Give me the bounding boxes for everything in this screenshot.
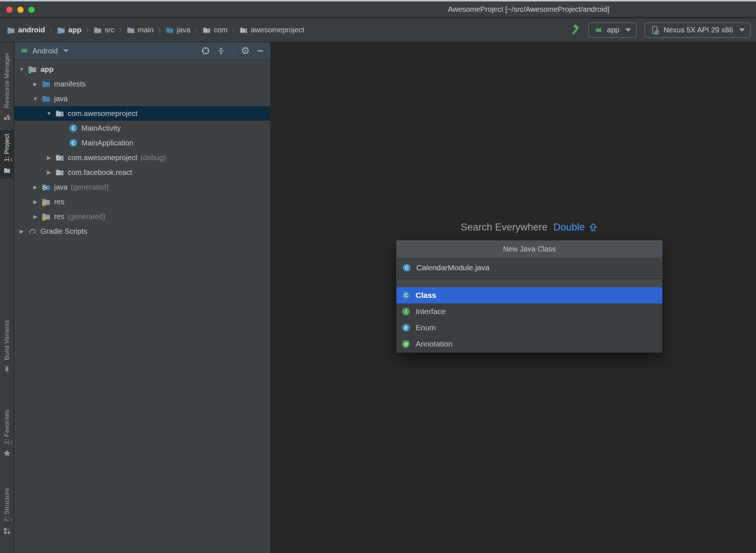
project-view-selector[interactable]: Android	[20, 46, 69, 56]
tree-item-label: app	[41, 65, 54, 74]
minimize-button[interactable]	[17, 7, 24, 13]
chevron-separator-icon	[47, 26, 55, 34]
tree-item-gradle-scripts[interactable]: ▶Gradle Scripts	[14, 224, 270, 239]
android-icon	[594, 25, 603, 35]
tree-item-java[interactable]: ▼java	[14, 91, 270, 106]
class-icon: C	[402, 263, 412, 272]
expand-arrow-icon[interactable]: ▶	[32, 81, 39, 87]
breadcrumb-item-awesomeproject[interactable]: awesomeproject	[239, 26, 304, 35]
kind-option-enum[interactable]: EEnum	[396, 320, 662, 336]
class-icon: C	[401, 290, 411, 300]
kind-options-list: CClass IInterface EEnum @Annotation	[396, 287, 662, 353]
chevron-down-icon	[63, 49, 69, 52]
zoom-button[interactable]	[28, 7, 35, 13]
breadcrumb-item-main[interactable]: main	[126, 26, 154, 35]
expand-arrow-icon[interactable]: ▶	[45, 155, 53, 161]
project-panel-header: Android ⚙	[14, 42, 270, 60]
tool-window-button-2-favorites[interactable]: 2: Favorites	[0, 406, 14, 461]
svg-text:E: E	[404, 325, 407, 331]
tree-item-com.facebook.react[interactable]: ▶com.facebook.react	[14, 165, 270, 180]
favorites-icon	[3, 449, 11, 458]
collapse-all-icon[interactable]	[216, 46, 226, 56]
kind-option-class[interactable]: CClass	[396, 287, 662, 303]
new-java-class-popup: New Java Class C CalendarModule.java CCl…	[396, 240, 662, 353]
device-icon	[650, 25, 660, 35]
settings-gear-icon[interactable]: ⚙	[241, 46, 250, 56]
breadcrumb-item-java[interactable]: java	[165, 26, 190, 35]
generated-folder-icon	[41, 182, 51, 192]
tree-item-java[interactable]: ▶ java(generated)	[14, 180, 270, 194]
svg-text:@: @	[404, 341, 409, 347]
svg-text:C: C	[404, 292, 408, 298]
project-tree: ▼app▶manifests▼java▼com.awesomeproject C…	[14, 60, 270, 239]
expand-arrow-icon[interactable]: ▶	[32, 184, 39, 190]
breadcrumb-item-app[interactable]: app	[57, 26, 81, 35]
tree-item-manifests[interactable]: ▶manifests	[14, 77, 270, 91]
tree-item-label: MainApplication	[81, 139, 133, 147]
package-icon	[55, 153, 64, 162]
expand-arrow-icon[interactable]: ▶	[45, 169, 53, 175]
svg-text:I: I	[405, 309, 407, 314]
kind-option-annotation[interactable]: @Annotation	[396, 336, 662, 352]
tree-item-suffix: (debug)	[140, 154, 166, 162]
module-folder-icon	[7, 26, 15, 35]
breadcrumb-label: app	[68, 26, 81, 34]
build-hammer-icon[interactable]	[570, 25, 581, 36]
navigation-bar: androidappsrcmainjavacomawesomeproject a…	[0, 18, 756, 42]
collapse-arrow-icon[interactable]: ▼	[32, 96, 39, 102]
chevron-down-icon	[739, 28, 745, 32]
svg-text:C: C	[405, 265, 409, 271]
locate-icon[interactable]	[201, 46, 210, 56]
collapse-arrow-icon[interactable]: ▼	[18, 66, 25, 72]
expand-arrow-icon[interactable]: ▶	[32, 199, 39, 205]
popup-headbox: New Java Class C CalendarModule.java	[396, 240, 662, 278]
tool-window-label: Resource Manager	[3, 53, 11, 108]
tree-item-res[interactable]: ▶ res	[14, 194, 270, 209]
folder-icon	[93, 26, 102, 35]
run-config-dropdown[interactable]: app	[588, 22, 637, 38]
tool-window-button-7-structure[interactable]: 7: Structure	[0, 484, 14, 539]
breadcrumb-item-src[interactable]: src	[93, 26, 115, 35]
tool-window-button-1-project[interactable]: 1: Project	[0, 130, 14, 179]
breadcrumb-item-com[interactable]: com	[202, 26, 228, 35]
package-icon	[55, 109, 64, 118]
package-icon	[239, 26, 248, 35]
run-toolbar: app Nexus 5X API 29 x86	[570, 18, 751, 42]
hide-panel-icon[interactable]	[256, 46, 265, 56]
android-module-folder-icon	[28, 64, 37, 74]
breadcrumb-item-android[interactable]: android	[7, 26, 45, 35]
hint-shortcut: Double	[553, 222, 598, 233]
collapse-arrow-icon[interactable]: ▼	[45, 110, 53, 116]
expand-arrow-icon[interactable]: ▶	[32, 214, 39, 219]
tree-item-label: java	[54, 183, 68, 191]
tree-item-mainapplication[interactable]: CMainApplication	[14, 135, 270, 150]
tree-item-res[interactable]: ▶ res(generated)	[14, 209, 270, 224]
class-name-input[interactable]: C CalendarModule.java	[397, 257, 662, 278]
kind-option-label: Interface	[416, 307, 446, 316]
project-icon	[3, 166, 11, 175]
tool-window-button-resource-manager[interactable]: Resource Manager	[0, 49, 14, 125]
enum-icon: E	[401, 323, 411, 332]
tree-item-app[interactable]: ▼app	[14, 62, 270, 77]
close-button[interactable]	[6, 7, 13, 13]
gradle-icon	[28, 226, 37, 236]
breadcrumb-label: com	[214, 26, 228, 34]
tool-window-button-build-variants[interactable]: Build Variants	[0, 316, 14, 377]
tree-item-com.awesomeproject[interactable]: ▶com.awesomeproject(debug)	[14, 150, 270, 165]
tree-item-label: MainActivity	[81, 124, 121, 133]
panel-actions: ⚙	[201, 46, 265, 56]
class-icon: C	[69, 138, 78, 148]
tool-window-label: 7: Structure	[3, 488, 11, 522]
popup-title: New Java Class	[397, 241, 662, 257]
build-variants-icon	[3, 364, 11, 373]
tree-item-label: com.facebook.react	[68, 168, 132, 177]
class-icon: C	[69, 123, 78, 133]
kind-option-interface[interactable]: IInterface	[396, 303, 662, 320]
tree-item-label: Gradle Scripts	[41, 227, 87, 236]
expand-arrow-icon[interactable]: ▶	[18, 228, 25, 234]
source-folder-icon	[165, 26, 174, 35]
tree-item-mainactivity[interactable]: CMainActivity	[14, 121, 270, 135]
breadcrumb: androidappsrcmainjavacomawesomeproject	[7, 18, 304, 42]
device-dropdown[interactable]: Nexus 5X API 29 x86	[644, 22, 751, 38]
tree-item-com.awesomeproject[interactable]: ▼com.awesomeproject	[14, 106, 270, 121]
